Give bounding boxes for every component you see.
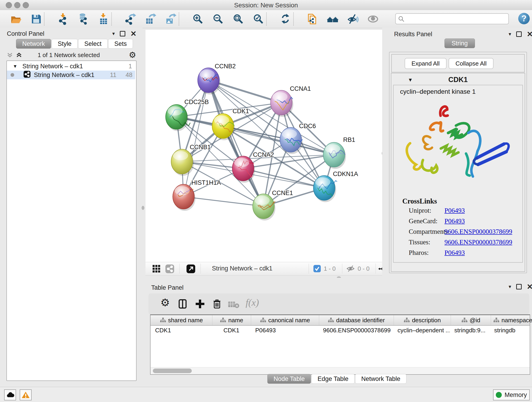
network-collection-row[interactable]: ▼ String Network – cdk1 1 (7, 62, 135, 70)
open-in-new-window-icon[interactable] (186, 264, 196, 274)
network-row[interactable]: String Network – cdk1 11 48 (7, 70, 135, 79)
table-cell[interactable]: CDK1 (151, 326, 212, 335)
panel-menu-icon[interactable]: ▾ (112, 31, 115, 37)
column-header-namespace[interactable]: namespace (491, 315, 532, 325)
show-hide-icon[interactable] (347, 13, 359, 25)
export-table-icon[interactable] (145, 13, 157, 25)
results-panel-title: Results Panel (394, 31, 432, 38)
tab-string[interactable]: String (444, 38, 475, 48)
crosslink-row: Uniprot:P06493 (409, 207, 519, 214)
network-node-ccna2[interactable] (232, 156, 255, 183)
crosslink-label: Pharos: (409, 249, 429, 256)
table-row[interactable]: CDK1CDK1P064939606.ENSP00000378699cyclin… (151, 326, 530, 335)
column-header-id[interactable]: @id (451, 315, 491, 325)
table-panel: Table Panel ▾ ✕ ⚙ f(x) shared namenameca… (143, 278, 532, 387)
selected-checkbox-icon[interactable] (313, 265, 321, 274)
help-icon[interactable]: ? (518, 13, 530, 24)
column-header-databaseidentifier[interactable]: database identifier (319, 315, 394, 325)
toolbar-separator (179, 12, 179, 26)
column-header-sharedname[interactable]: shared name (151, 315, 212, 325)
zoom-fit-icon[interactable] (232, 13, 244, 25)
import-network-file-icon[interactable] (57, 13, 69, 25)
network-node-cdkn1a[interactable] (313, 176, 337, 202)
node-label: CCNB2 (215, 63, 236, 70)
column-header-description[interactable]: description (394, 315, 451, 325)
crosslink-tissues-link[interactable]: 9606.ENSP00000378699 (444, 238, 512, 246)
close-panel-icon[interactable]: ✕ (527, 284, 532, 289)
network-node-ccna1[interactable] (271, 90, 293, 117)
crosslinks-title: CrossLinks (402, 197, 437, 205)
table-cell[interactable]: cyclin–dependent ... (393, 326, 450, 335)
delete-table-icon-disabled (228, 300, 240, 310)
zoom-out-icon[interactable] (212, 13, 224, 25)
node-label: HIST1H1A (191, 179, 221, 186)
zoom-selected-icon[interactable] (253, 13, 264, 25)
float-panel-icon[interactable] (516, 32, 522, 37)
table-cell[interactable]: 9606.ENSP00000378699 (318, 326, 393, 335)
network-view-title: String Network – cdk1 (212, 265, 272, 272)
save-session-icon[interactable] (30, 13, 42, 25)
crosslink-label: GeneCard: (409, 217, 438, 225)
expand-all-button[interactable]: Expand All (405, 58, 447, 69)
network-node-cdk1[interactable] (212, 114, 235, 140)
show-columns-icon[interactable] (177, 298, 188, 311)
cloud-icon[interactable] (4, 389, 16, 400)
tab-style[interactable]: Style (51, 39, 78, 49)
table-cell[interactable]: CDK1 (212, 326, 251, 335)
crosslink-genecard-link[interactable]: P06493 (444, 217, 465, 225)
memory-status-dot (496, 392, 502, 398)
add-column-icon[interactable] (194, 298, 206, 311)
network-node-ccnb2[interactable] (198, 68, 220, 95)
network-canvas[interactable]: CCNB2CCNA1CDC25BCDK1CDC6RB1CCNB1CCNA2CDK… (146, 30, 382, 262)
network-node-hist1h1a[interactable] (173, 184, 196, 211)
tab-node-table[interactable]: Node Table (267, 374, 311, 384)
import-network-database-icon[interactable] (77, 13, 89, 25)
search-input[interactable] (406, 14, 506, 22)
network-options-gear-icon[interactable]: ⚙ (129, 51, 136, 59)
crosslink-uniprot-link[interactable]: P06493 (444, 207, 465, 214)
refresh-icon[interactable] (279, 13, 291, 25)
horizontal-scrollbar[interactable] (151, 367, 530, 374)
panel-menu-icon[interactable]: ▾ (509, 284, 511, 290)
left-splitter-handle[interactable] (142, 206, 144, 210)
node-table: shared namenamecanonical namedatabase id… (150, 314, 530, 375)
table-cell[interactable]: stringdb (490, 326, 532, 335)
tab-edge-table[interactable]: Edge Table (311, 374, 355, 384)
collapse-all-button[interactable]: Collapse All (449, 58, 494, 69)
table-settings-gear-icon[interactable]: ⚙ (160, 298, 170, 307)
float-panel-icon[interactable] (120, 31, 125, 36)
edge-count: 48 (126, 71, 133, 79)
string-home-icon[interactable] (327, 13, 339, 25)
network-node-rb1[interactable] (323, 142, 346, 169)
tab-network[interactable]: Network (16, 39, 51, 49)
export-network-icon[interactable] (125, 13, 137, 25)
node-label: CCNB1 (190, 144, 211, 151)
tab-select[interactable]: Select (78, 39, 108, 49)
close-panel-icon[interactable]: ✕ (527, 32, 532, 36)
column-header-canonicalname[interactable]: canonical name (251, 315, 319, 325)
panel-menu-icon[interactable]: ▾ (509, 31, 511, 37)
birdseye-grid-icon[interactable] (152, 264, 161, 274)
export-image-icon[interactable] (165, 13, 177, 25)
column-header-name[interactable]: name (212, 315, 251, 325)
hidden-eye-icon[interactable] (346, 265, 355, 273)
float-panel-icon[interactable] (516, 284, 522, 289)
network-node-ccne1[interactable] (253, 194, 275, 220)
table-cell[interactable]: stringdb:9... (450, 326, 490, 335)
tab-sets[interactable]: Sets (108, 39, 133, 49)
warning-icon[interactable] (20, 389, 32, 400)
import-table-icon[interactable] (98, 13, 109, 25)
crosslink-row: Compartments:9606.ENSP00000378699 (409, 228, 519, 235)
memory-button[interactable]: Memory (493, 389, 530, 400)
table-cell[interactable]: P06493 (251, 326, 318, 335)
close-panel-icon[interactable]: ✕ (130, 32, 137, 36)
collection-expander-icon[interactable]: ▼ (13, 64, 17, 69)
share-document-icon[interactable] (307, 13, 318, 25)
crosslink-compartments-link[interactable]: 9606.ENSP00000378699 (444, 228, 512, 235)
delete-column-icon[interactable] (211, 298, 223, 311)
crosslink-pharos-link[interactable]: P06493 (444, 249, 465, 256)
open-session-icon[interactable] (10, 13, 22, 25)
zoom-in-icon[interactable] (192, 13, 204, 25)
tab-network-table[interactable]: Network Table (355, 374, 407, 384)
scrollbar-thumb[interactable] (153, 369, 192, 373)
